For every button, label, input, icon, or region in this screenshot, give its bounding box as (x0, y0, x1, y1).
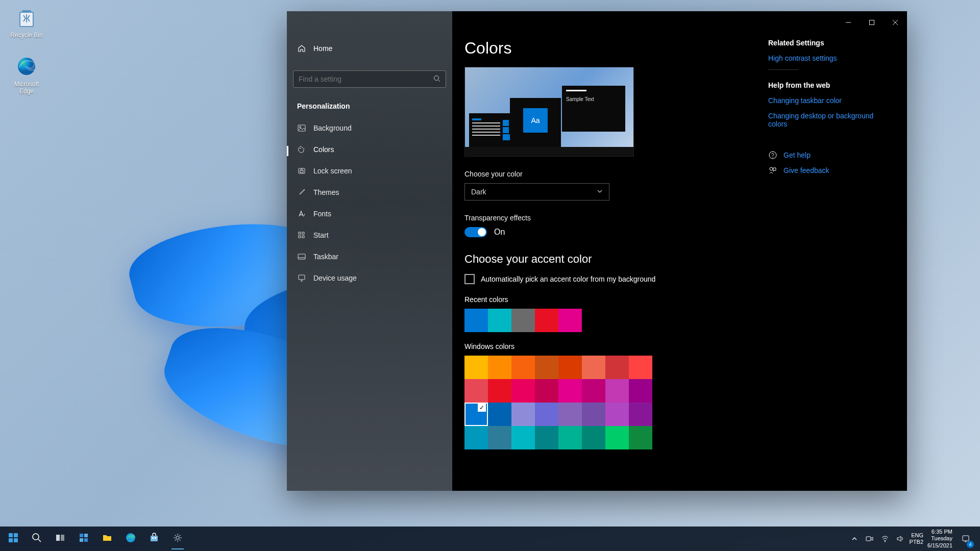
volume-icon[interactable] (895, 534, 905, 544)
svg-rect-17 (299, 236, 301, 238)
color-swatch[interactable] (464, 379, 488, 403)
transparency-toggle[interactable] (464, 227, 487, 237)
sidebar-item-background[interactable]: Background (293, 117, 446, 139)
close-button[interactable] (884, 13, 907, 32)
search-box[interactable] (293, 70, 446, 88)
taskview-icon (55, 533, 65, 545)
svg-rect-9 (298, 125, 305, 131)
taskbar-widgets[interactable] (72, 529, 95, 549)
clock[interactable]: 6:35 PM Tuesday 6/15/2021 (927, 529, 952, 549)
language-indicator[interactable]: ENG PTB2 (910, 532, 924, 545)
color-swatch[interactable] (535, 403, 558, 426)
sidebar-item-taskbar[interactable]: Taskbar (293, 246, 446, 267)
color-swatch[interactable] (488, 426, 511, 449)
link-desktop-colors[interactable]: Changing desktop or background colors (768, 112, 891, 128)
color-swatch[interactable]: ✓ (464, 403, 488, 426)
color-swatch[interactable] (488, 379, 511, 403)
svg-rect-33 (56, 535, 60, 541)
folder-icon (102, 533, 112, 545)
taskbar-start[interactable] (2, 529, 24, 549)
minimize-button[interactable] (837, 13, 860, 32)
color-swatch[interactable] (605, 403, 629, 426)
color-swatch[interactable] (488, 356, 511, 379)
color-swatch[interactable] (605, 426, 629, 449)
svg-rect-1 (22, 10, 31, 13)
color-swatch[interactable] (464, 356, 488, 379)
color-swatch[interactable] (535, 309, 558, 332)
color-swatch[interactable] (582, 403, 605, 426)
color-swatch[interactable] (629, 403, 652, 426)
color-swatch[interactable] (629, 426, 652, 449)
color-swatch[interactable] (582, 426, 605, 449)
sidebar-item-colors[interactable]: Colors (293, 139, 446, 160)
taskbar-settings[interactable] (166, 529, 189, 549)
maximize-button[interactable] (860, 13, 884, 32)
taskbar-edge[interactable] (119, 529, 142, 549)
lang-secondary: PTB2 (910, 539, 924, 545)
color-swatch[interactable] (558, 379, 582, 403)
meet-now-icon[interactable] (865, 534, 875, 544)
sidebar-item-fonts[interactable]: Fonts (293, 203, 446, 224)
link-taskbar-color[interactable]: Changing taskbar color (768, 96, 891, 105)
color-swatch[interactable] (605, 356, 629, 379)
svg-line-32 (38, 539, 41, 542)
related-heading: Related Settings (768, 39, 891, 47)
color-mode-select[interactable]: Dark (464, 183, 609, 201)
color-swatch[interactable] (464, 309, 488, 332)
search-input[interactable] (299, 75, 433, 83)
svg-point-31 (33, 534, 39, 540)
taskbar-task-view[interactable] (49, 529, 71, 549)
sidebar-item-device-usage[interactable]: Device usage (293, 267, 446, 289)
color-swatch[interactable] (558, 309, 582, 332)
wifi-icon[interactable] (880, 534, 890, 544)
settings-window: Settings Home Personalizat (287, 11, 907, 491)
sidebar-item-label: Colors (313, 145, 334, 154)
give-feedback-link[interactable]: Give feedback (768, 166, 891, 175)
color-swatch[interactable] (629, 379, 652, 403)
color-swatch[interactable] (511, 356, 535, 379)
color-swatch[interactable] (535, 379, 558, 403)
grid-icon (297, 231, 306, 240)
auto-accent-checkbox[interactable] (464, 274, 475, 284)
tray-chevron-icon[interactable] (849, 534, 860, 544)
taskbar-store[interactable] (143, 529, 165, 549)
color-swatch[interactable] (535, 426, 558, 449)
link-high-contrast[interactable]: High contrast settings (768, 54, 891, 62)
sidebar-item-lock-screen[interactable]: Lock screen (293, 160, 446, 182)
help-heading: Help from the web (768, 81, 891, 89)
color-swatch[interactable] (582, 379, 605, 403)
lock-icon (297, 166, 306, 176)
section-header: Personalization (293, 100, 446, 117)
taskbar-explorer[interactable] (96, 529, 118, 549)
notifications-button[interactable]: 4 (957, 529, 975, 549)
preview-aa: Aa (523, 108, 548, 133)
sidebar-item-start[interactable]: Start (293, 224, 446, 246)
help-icon (768, 151, 777, 160)
font-icon (297, 209, 306, 218)
color-swatch[interactable] (629, 356, 652, 379)
color-swatch[interactable] (605, 379, 629, 403)
color-swatch[interactable] (558, 356, 582, 379)
transparency-toggle-row: On (464, 227, 756, 237)
color-swatch[interactable] (511, 403, 535, 426)
color-swatch[interactable] (488, 309, 511, 332)
color-swatch[interactable] (464, 426, 488, 449)
color-swatch[interactable] (535, 356, 558, 379)
color-swatch[interactable] (558, 426, 582, 449)
sidebar-item-themes[interactable]: Themes (293, 182, 446, 203)
taskbar-search[interactable] (26, 529, 48, 549)
color-swatch[interactable] (511, 426, 535, 449)
color-swatch[interactable] (558, 403, 582, 426)
color-swatch[interactable] (488, 403, 511, 426)
color-swatch[interactable] (511, 379, 535, 403)
desktop-icon-recycle-bin[interactable]: Recycle Bin (6, 5, 47, 39)
preview-taskbar (465, 147, 633, 156)
nav-home[interactable]: Home (293, 39, 446, 58)
desktop-icon-edge[interactable]: Microsoft Edge (6, 54, 47, 95)
color-swatch[interactable] (582, 356, 605, 379)
get-help-link[interactable]: Get help (768, 151, 891, 160)
svg-rect-21 (299, 275, 305, 280)
widgets-icon (79, 533, 89, 545)
color-swatch[interactable] (511, 309, 535, 332)
taskbar-tray: ENG PTB2 6:35 PM Tuesday 6/15/2021 4 (849, 529, 978, 549)
